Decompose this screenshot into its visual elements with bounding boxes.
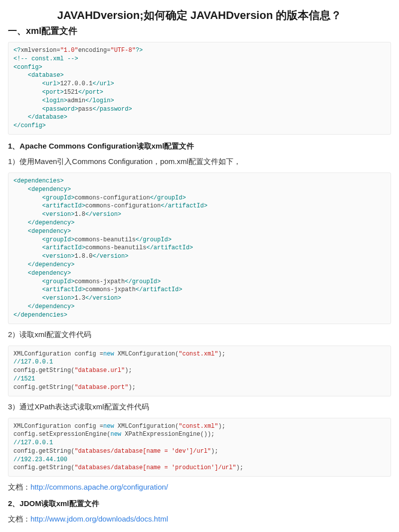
code-block-xml-config: <?xmlversion="1.0"encoding="UTF-8"?> <!-… — [8, 42, 391, 135]
doc-link-line-2: 文档：http://www.jdom.org/downloads/docs.ht… — [8, 515, 391, 524]
page-title: JAVAHDversion;如何确定 JAVAHDversion 的版本信息？ — [8, 8, 391, 23]
code-block-read-xml: XMLConfiguration config =new XMLConfigur… — [8, 346, 391, 396]
doc-label-2: 文档： — [8, 515, 30, 523]
subheading-jdom: 2、JDOM读取xml配置文件 — [8, 499, 391, 509]
doc-link-commons[interactable]: http://commons.apache.org/configuration/ — [30, 483, 168, 491]
section-heading-xml: 一、xml配置文件 — [8, 25, 391, 37]
doc-link-line-1: 文档：http://commons.apache.org/configurati… — [8, 483, 391, 492]
subheading-apache-commons: 1、Apache Commons Configuration读取xml配置文件 — [8, 142, 391, 151]
para-maven-intro: 1）使用Maven引入Commons Configuration，pom.xml… — [8, 157, 391, 167]
para-xpath: 3）通过XPath表达式读取xml配置文件代码 — [8, 402, 391, 412]
doc-label-1: 文档： — [8, 483, 30, 491]
para-read-xml: 2）读取xml配置文件代码 — [8, 330, 391, 340]
doc-link-jdom[interactable]: http://www.jdom.org/downloads/docs.html — [30, 515, 168, 523]
code-block-xpath: XMLConfiguration config =new XMLConfigur… — [8, 418, 391, 477]
code-block-pom-xml: <dependencies> <dependency> <groupId>com… — [8, 173, 391, 324]
